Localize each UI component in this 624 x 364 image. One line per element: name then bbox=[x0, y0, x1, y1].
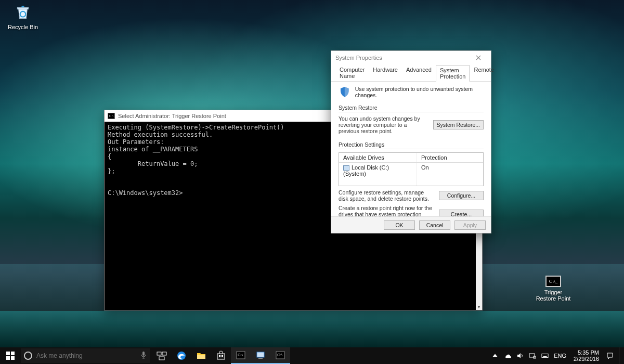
file-explorer-button[interactable] bbox=[191, 347, 211, 364]
drives-table[interactable]: Available Drives Protection Local Disk (… bbox=[339, 152, 484, 186]
svg-text:C:\: C:\ bbox=[238, 353, 243, 357]
svg-rect-17 bbox=[258, 358, 263, 359]
drive-icon bbox=[343, 165, 349, 171]
mic-icon[interactable] bbox=[140, 351, 147, 361]
trigger-restore-label: Trigger Restore Point bbox=[534, 289, 573, 302]
dialog-tabs: Computer NameHardwareAdvancedSystem Prot… bbox=[331, 64, 491, 82]
svg-rect-12 bbox=[219, 355, 220, 357]
svg-rect-3 bbox=[11, 352, 15, 355]
dialog-button-bar: OK Cancel Apply bbox=[331, 216, 491, 233]
cmd-title: Select Administrator: Trigger Restore Po… bbox=[118, 113, 226, 119]
separator bbox=[339, 112, 484, 112]
search-input[interactable] bbox=[36, 352, 136, 359]
dialog-body: Use system protection to undo unwanted s… bbox=[331, 82, 491, 231]
store-button[interactable] bbox=[211, 347, 231, 364]
recycle-bin[interactable]: Recycle Bin bbox=[3, 3, 43, 30]
svg-rect-9 bbox=[159, 357, 164, 360]
clock[interactable]: 5:35 PM 2/29/2016 bbox=[571, 349, 601, 362]
language-indicator[interactable]: ENG bbox=[554, 353, 566, 359]
svg-rect-4 bbox=[6, 356, 10, 360]
svg-rect-22 bbox=[542, 354, 548, 358]
table-header: Available Drives Protection bbox=[339, 153, 483, 163]
cortana-icon bbox=[24, 352, 32, 360]
tab-computer-name[interactable]: Computer Name bbox=[335, 64, 369, 81]
wallpaper-water bbox=[0, 311, 624, 347]
shield-icon bbox=[339, 86, 351, 99]
system-tray: ENG 5:35 PM 2/29/2016 bbox=[489, 347, 624, 364]
show-desktop[interactable] bbox=[619, 347, 622, 364]
configure-text: Configure restore settings, manage disk … bbox=[339, 189, 434, 202]
volume-icon[interactable] bbox=[516, 352, 524, 359]
ok-button[interactable]: OK bbox=[384, 220, 415, 230]
network-icon[interactable] bbox=[529, 352, 536, 359]
desktop: Recycle Bin C:\_ Trigger Restore Point C… bbox=[0, 0, 624, 364]
onedrive-icon[interactable] bbox=[504, 352, 511, 359]
intro-text: Use system protection to undo unwanted s… bbox=[355, 86, 484, 98]
sysprops-taskbar-button[interactable] bbox=[251, 347, 270, 364]
edge-button[interactable] bbox=[172, 347, 191, 364]
svg-text:C:\: C:\ bbox=[277, 353, 283, 357]
apply-button[interactable]: Apply bbox=[454, 220, 486, 230]
system-properties-dialog[interactable]: System Properties Computer NameHardwareA… bbox=[331, 50, 491, 233]
tab-advanced[interactable]: Advanced bbox=[402, 64, 436, 81]
system-restore-button[interactable]: System Restore... bbox=[433, 120, 484, 129]
table-row[interactable]: Local Disk (C:) (System) On bbox=[339, 163, 483, 178]
separator bbox=[339, 149, 484, 149]
header-protection: Protection bbox=[417, 153, 483, 162]
start-button[interactable] bbox=[0, 347, 21, 364]
cancel-button[interactable]: Cancel bbox=[419, 220, 450, 230]
configure-button[interactable]: Configure... bbox=[439, 191, 484, 200]
tab-system-protection[interactable]: System Protection bbox=[436, 65, 470, 82]
clock-date: 2/29/2016 bbox=[574, 356, 599, 362]
table-row bbox=[339, 178, 483, 186]
tab-remote[interactable]: Remote bbox=[470, 64, 498, 81]
cmd2-taskbar-button[interactable]: C:\ bbox=[270, 347, 290, 364]
close-icon[interactable] bbox=[470, 53, 487, 63]
svg-rect-8 bbox=[162, 352, 166, 355]
svg-rect-0 bbox=[17, 7, 28, 9]
recycle-bin-icon bbox=[14, 3, 32, 22]
svg-rect-2 bbox=[6, 352, 10, 355]
system-restore-group: System Restore bbox=[339, 105, 484, 111]
taskbar: C:\ C:\ ENG 5:35 PM 2/29/2016 bbox=[0, 347, 624, 364]
dialog-titlebar[interactable]: System Properties bbox=[331, 51, 491, 64]
clock-time: 5:35 PM bbox=[574, 349, 599, 356]
header-drives: Available Drives bbox=[339, 153, 417, 162]
tab-hardware[interactable]: Hardware bbox=[369, 64, 402, 81]
svg-rect-5 bbox=[11, 356, 15, 360]
cmd-taskbar-button[interactable]: C:\ bbox=[231, 347, 251, 364]
keyboard-icon[interactable] bbox=[541, 352, 549, 359]
trigger-restore-icon: C:\_ bbox=[545, 276, 561, 287]
drive-protection: On bbox=[417, 163, 483, 178]
svg-rect-7 bbox=[157, 352, 161, 355]
drive-name: Local Disk (C:) (System) bbox=[343, 164, 389, 177]
protection-settings-group: Protection Settings bbox=[339, 141, 484, 148]
cortana-search[interactable] bbox=[21, 348, 150, 363]
action-center-icon[interactable] bbox=[606, 352, 614, 359]
dialog-title: System Properties bbox=[335, 55, 382, 61]
svg-rect-11 bbox=[217, 354, 225, 359]
svg-rect-23 bbox=[543, 356, 547, 357]
tray-overflow[interactable] bbox=[491, 352, 499, 359]
scroll-down-icon[interactable]: ▼ bbox=[476, 304, 482, 310]
svg-rect-16 bbox=[257, 352, 264, 357]
system-restore-text: You can undo system changes by reverting… bbox=[339, 115, 428, 134]
cmd-icon: C:\ bbox=[108, 113, 115, 119]
trigger-restore-shortcut[interactable]: C:\_ Trigger Restore Point bbox=[534, 276, 573, 302]
taskbar-icons: C:\ C:\ bbox=[152, 347, 290, 364]
svg-rect-6 bbox=[142, 352, 145, 356]
task-view-button[interactable] bbox=[152, 347, 172, 364]
svg-rect-13 bbox=[222, 355, 223, 357]
recycle-bin-label: Recycle Bin bbox=[3, 24, 43, 30]
